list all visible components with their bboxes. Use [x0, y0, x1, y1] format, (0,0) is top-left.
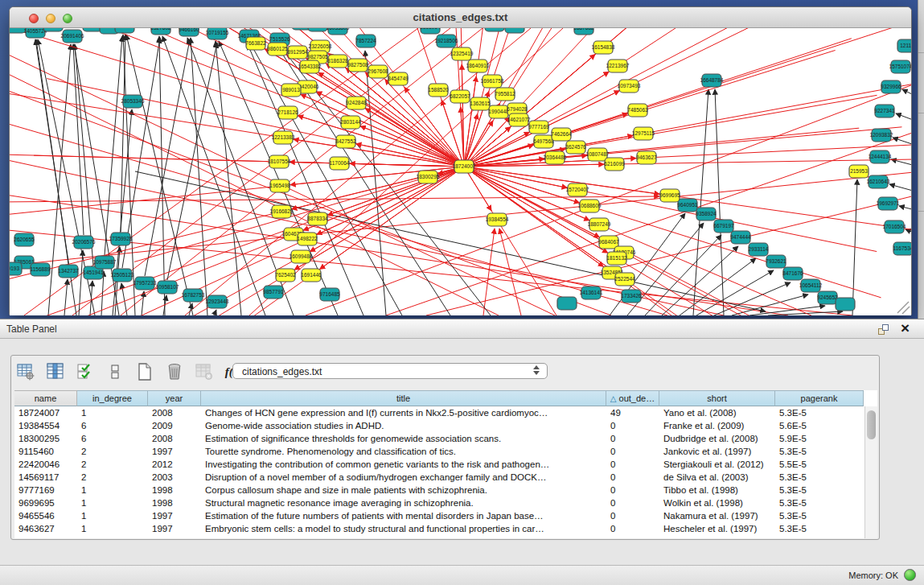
- table-cell[interactable]: 18300295: [14, 432, 77, 445]
- graph-node[interactable]: [298, 233, 317, 245]
- citation-edge[interactable]: [113, 109, 132, 315]
- graph-node[interactable]: [348, 59, 368, 72]
- graph-node[interactable]: [702, 74, 721, 87]
- graph-node[interactable]: [270, 179, 290, 192]
- column-header-short[interactable]: short: [659, 390, 775, 406]
- citation-edge[interactable]: [142, 291, 144, 315]
- graph-node[interactable]: [634, 127, 653, 140]
- graph-node[interactable]: [328, 28, 347, 35]
- vertical-scrollbar[interactable]: [864, 406, 877, 538]
- graph-node[interactable]: [589, 218, 609, 231]
- table-row[interactable]: 2242004622012Investigating the contribut…: [14, 458, 864, 471]
- graph-node[interactable]: [637, 151, 656, 164]
- delete-table-disabled-icon[interactable]: [195, 362, 214, 381]
- graph-node[interactable]: [273, 131, 293, 144]
- table-cell[interactable]: 0: [606, 419, 659, 432]
- graph-node[interactable]: [593, 41, 613, 54]
- graph-node[interactable]: [179, 28, 199, 36]
- table-cell[interactable]: 6: [77, 432, 148, 445]
- graph-node[interactable]: [628, 104, 647, 117]
- graph-node[interactable]: [278, 106, 298, 119]
- graph-node[interactable]: [622, 290, 641, 303]
- citation-edge[interactable]: [464, 28, 662, 167]
- table-cell[interactable]: 1: [77, 522, 148, 535]
- table-cell[interactable]: Nakamura et al. (1997): [659, 509, 775, 522]
- graph-node[interactable]: [291, 250, 310, 263]
- graph-node[interactable]: [696, 208, 716, 220]
- graph-node[interactable]: [95, 256, 114, 269]
- table-cell[interactable]: 2: [77, 471, 148, 484]
- citation-edge[interactable]: [90, 281, 92, 315]
- table-row[interactable]: 1938455462009Genome-wide association stu…: [14, 419, 864, 432]
- graph-node[interactable]: [872, 129, 891, 142]
- table-cell[interactable]: Embryonic stem cells: a model to study s…: [201, 522, 606, 535]
- graph-node[interactable]: [801, 279, 820, 292]
- table-cell[interactable]: 1997: [148, 522, 201, 535]
- graph-node[interactable]: [276, 269, 295, 282]
- new-table-icon[interactable]: [135, 362, 154, 381]
- graph-node[interactable]: [151, 28, 170, 35]
- graph-node[interactable]: [74, 236, 93, 249]
- graph-node[interactable]: [714, 220, 733, 233]
- column-header-title[interactable]: title: [201, 390, 606, 406]
- graph-node[interactable]: [418, 171, 437, 183]
- citation-edge[interactable]: [891, 159, 911, 167]
- citation-edge[interactable]: [899, 206, 911, 212]
- table-cell[interactable]: 2: [77, 458, 148, 471]
- graph-node[interactable]: [320, 288, 339, 301]
- window-titlebar[interactable]: citations_edges.txt: [10, 7, 911, 28]
- table-cell[interactable]: 5.3E-5: [775, 496, 864, 509]
- close-panel-icon[interactable]: ×: [901, 319, 910, 337]
- graph-node[interactable]: [158, 281, 177, 294]
- graph-node[interactable]: [468, 60, 487, 72]
- scrollbar-thumb[interactable]: [867, 410, 876, 439]
- graph-node[interactable]: [545, 151, 565, 164]
- graph-node[interactable]: [59, 265, 78, 278]
- window-resize-grip[interactable]: [897, 302, 910, 314]
- graph-node[interactable]: [63, 30, 82, 43]
- graph-node[interactable]: [818, 291, 837, 304]
- table-cell[interactable]: 5.5E-5: [775, 458, 864, 471]
- table-cell[interactable]: 2012: [148, 458, 201, 471]
- graph-node[interactable]: [534, 135, 553, 148]
- table-cell[interactable]: 22420046: [14, 458, 77, 471]
- table-cell[interactable]: Stergiakouli et al. (2012): [659, 458, 775, 471]
- graph-node[interactable]: [566, 141, 585, 154]
- graph-node[interactable]: [574, 28, 593, 35]
- table-cell[interactable]: 1: [77, 509, 148, 522]
- citation-edge[interactable]: [10, 70, 499, 315]
- graph-node[interactable]: [495, 88, 515, 101]
- table-cell[interactable]: 1997: [148, 445, 201, 458]
- table-cell[interactable]: Dudbridge et al. (2008): [659, 432, 775, 445]
- graph-node[interactable]: [605, 158, 624, 171]
- table-cell[interactable]: Wolkin et al. (1998): [659, 496, 775, 509]
- table-cell[interactable]: Corpus callosum shape and size in male p…: [201, 484, 606, 496]
- graph-node[interactable]: [485, 28, 504, 31]
- graph-node[interactable]: [505, 28, 524, 33]
- table-row[interactable]: 1830029562008Estimation of significance …: [14, 432, 864, 445]
- table-row[interactable]: 911546021997Tourette syndrome. Phenomeno…: [14, 445, 864, 458]
- graph-node[interactable]: [766, 255, 786, 268]
- table-cell[interactable]: 1: [77, 406, 148, 419]
- graph-node[interactable]: [43, 28, 63, 31]
- table-cell[interactable]: 1998: [148, 484, 201, 496]
- graph-node[interactable]: [483, 75, 502, 88]
- table-cell[interactable]: 1997: [148, 509, 201, 522]
- graph-node[interactable]: [489, 105, 508, 118]
- graph-node[interactable]: [885, 220, 904, 233]
- citation-edge[interactable]: [310, 167, 464, 252]
- graph-node[interactable]: [246, 37, 265, 50]
- graph-node[interactable]: [336, 135, 355, 148]
- citation-edge[interactable]: [365, 51, 386, 315]
- column-header-name[interactable]: name: [14, 390, 77, 406]
- graph-node[interactable]: [272, 205, 291, 218]
- graph-node[interactable]: [731, 231, 750, 244]
- citation-edge[interactable]: [134, 167, 464, 262]
- table-cell[interactable]: Tourette syndrome. Phenomenology and cla…: [201, 445, 606, 458]
- graph-node[interactable]: [568, 183, 587, 196]
- table-cell[interactable]: 2008: [148, 406, 201, 419]
- table-cell[interactable]: Investigating the contribution of common…: [201, 458, 606, 471]
- graph-node[interactable]: [111, 233, 130, 245]
- citation-edge[interactable]: [464, 28, 655, 167]
- table-cell[interactable]: 2: [77, 445, 148, 458]
